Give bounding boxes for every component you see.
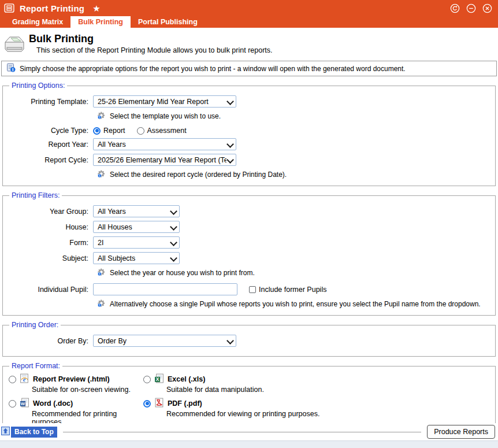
report-cycle-help: Select the desired report cycle (ordered… — [110, 171, 287, 179]
close-icon[interactable] — [482, 3, 492, 13]
chevron-down-icon — [170, 208, 177, 215]
report-format-section: Report Format: e Report Preview (.html) … — [2, 362, 496, 431]
report-cycle-select[interactable]: 2025/26 Elementary Mid Year Report (Term… — [93, 154, 236, 166]
order-by-label: Order By: — [8, 337, 93, 345]
tab-bulk-printing[interactable]: Bulk Printing — [70, 16, 131, 28]
word-icon: W — [20, 398, 29, 409]
chevron-down-icon — [226, 98, 233, 105]
word-radio[interactable] — [9, 400, 16, 408]
tab-portal-publishing[interactable]: Portal Publishing — [131, 16, 205, 28]
printing-template-help: Select the template you wish to use. — [110, 112, 221, 120]
report-preview-desc: Suitable for on-screen viewing. — [32, 386, 143, 394]
format-option-word[interactable]: W Word (.doc) Recommended for printing p… — [9, 398, 143, 426]
chevron-down-icon — [226, 338, 233, 345]
year-group-select[interactable]: All Years — [93, 205, 180, 217]
tab-grading-matrix[interactable]: Grading Matrix — [5, 16, 70, 28]
individual-pupil-label: Individual Pupil: — [8, 286, 93, 294]
year-group-label: Year Group: — [8, 208, 93, 216]
form-label: Form: — [8, 239, 93, 247]
subject-select[interactable]: All Subjects — [93, 252, 180, 264]
footer-bar: Back to Top Produce Reports — [0, 423, 498, 440]
excel-desc: Suitable for data manipulation. — [166, 386, 490, 394]
printing-template-label: Printing Template: — [8, 98, 93, 106]
cycle-type-assessment-label[interactable]: Assessment — [147, 127, 187, 135]
title-bar: Report Printing ★ — [0, 0, 498, 16]
include-former-pupils-checkbox[interactable] — [249, 286, 256, 293]
back-to-top-link[interactable]: Back to Top — [1, 427, 57, 438]
cycle-type-report-radio[interactable] — [93, 127, 101, 135]
chevron-down-icon — [170, 255, 177, 262]
house-select[interactable]: All Houses — [93, 221, 180, 233]
report-preview-radio[interactable] — [9, 376, 16, 383]
html-preview-icon: e — [20, 373, 29, 385]
printing-filters-section: Printing Filters: Year Group: All Years … — [2, 191, 496, 316]
report-year-label: Report Year: — [8, 140, 93, 149]
report-printing-icon — [4, 3, 14, 13]
printing-options-legend: Printing Options: — [9, 82, 67, 90]
pdf-radio[interactable] — [143, 400, 151, 408]
arrow-up-icon — [1, 427, 10, 437]
back-to-top-label[interactable]: Back to Top — [11, 427, 57, 438]
form-select[interactable]: 2I — [93, 236, 180, 249]
word-label[interactable]: Word (.doc) — [33, 399, 73, 408]
chevron-down-icon — [226, 141, 233, 148]
printing-template-select[interactable]: 25-26 Elementary Mid Year Report — [93, 95, 236, 108]
help-gear-icon — [97, 268, 106, 278]
svg-text:e: e — [23, 376, 26, 383]
divider — [63, 432, 421, 432]
window-title: Report Printing — [20, 3, 84, 13]
page-header: Bulk Printing This section of the Report… — [0, 28, 498, 58]
order-by-select[interactable]: Order By — [93, 335, 236, 347]
printer-icon — [3, 33, 26, 55]
cycle-type-report-label[interactable]: Report — [103, 127, 125, 135]
help-gear-icon — [97, 299, 106, 309]
printing-filters-legend: Printing Filters: — [9, 191, 62, 199]
refresh-icon[interactable] — [450, 3, 460, 13]
svg-text:W: W — [21, 401, 25, 406]
help-gear-icon — [97, 111, 106, 121]
printing-order-section: Printing Order: Order By: Order By — [2, 321, 496, 357]
chevron-down-icon — [170, 224, 177, 231]
individual-pupil-input[interactable] — [93, 283, 237, 295]
format-option-pdf[interactable]: PDF (.pdf) Recommended for viewing or pr… — [143, 398, 490, 426]
subject-label: Subject: — [8, 254, 93, 262]
minimize-icon[interactable] — [466, 3, 476, 13]
notice-bar: Simply choose the appropriate options fo… — [1, 61, 497, 76]
format-option-excel[interactable]: X Excel (.xls) Suitable for data manipul… — [143, 373, 490, 394]
chevron-down-icon — [170, 239, 177, 246]
tab-bar: Grading Matrix Bulk Printing Portal Publ… — [0, 16, 498, 28]
report-format-legend: Report Format: — [9, 362, 62, 370]
page-title: Bulk Printing — [29, 34, 273, 45]
produce-reports-button[interactable]: Produce Reports — [427, 425, 495, 439]
format-option-report-preview[interactable]: e Report Preview (.html) Suitable for on… — [9, 373, 143, 394]
year-house-help: Select the year or house you wish to pri… — [110, 269, 255, 277]
favorite-star-icon[interactable]: ★ — [92, 4, 100, 13]
printing-order-legend: Printing Order: — [9, 321, 61, 329]
svg-text:X: X — [156, 376, 159, 382]
notice-text: Simply choose the appropriate options fo… — [20, 65, 406, 73]
excel-label[interactable]: Excel (.xls) — [168, 375, 205, 383]
report-cycle-label: Report Cycle: — [8, 156, 93, 164]
report-preview-label[interactable]: Report Preview (.html) — [33, 375, 110, 383]
report-year-select[interactable]: All Years — [93, 138, 236, 150]
bottom-strip — [0, 440, 498, 448]
chevron-down-icon — [226, 157, 233, 164]
pdf-label[interactable]: PDF (.pdf) — [168, 399, 202, 408]
excel-icon: X — [154, 373, 164, 385]
help-gear-icon — [97, 169, 106, 180]
cycle-type-label: Cycle Type: — [8, 127, 93, 135]
page-subtitle: This section of the Report Printing Modu… — [36, 46, 273, 54]
cycle-type-assessment-radio[interactable] — [137, 127, 144, 135]
pdf-icon — [154, 398, 164, 409]
individual-pupil-help: Alternatively choose a single Pupil whos… — [110, 300, 481, 308]
info-icon — [6, 63, 16, 74]
house-label: House: — [8, 223, 93, 231]
excel-radio[interactable] — [143, 376, 151, 383]
pdf-desc: Recommended for viewing or printing purp… — [166, 410, 490, 418]
printing-options-section: Printing Options: Printing Template: 25-… — [2, 82, 496, 186]
include-former-pupils-label[interactable]: Include former Pupils — [259, 286, 326, 294]
